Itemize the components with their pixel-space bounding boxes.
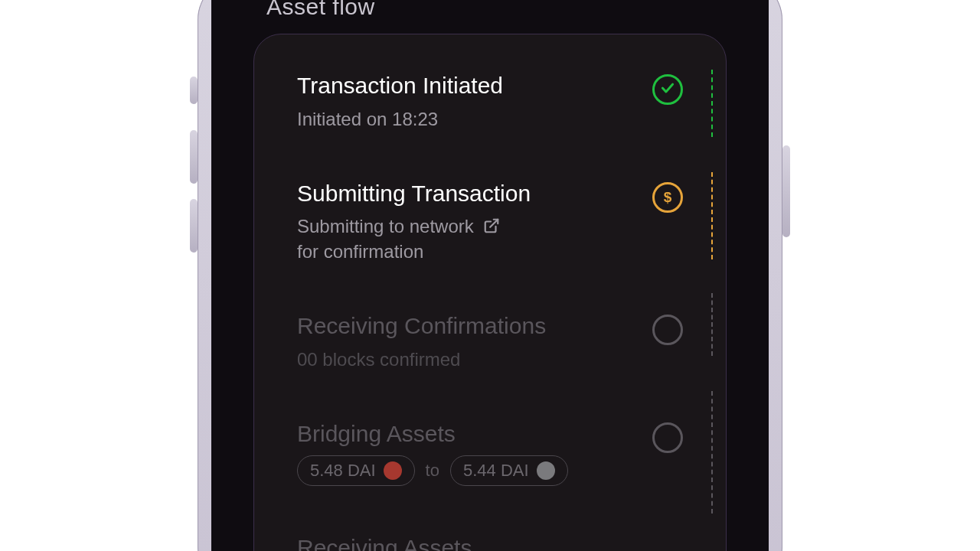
phone-mute-switch <box>190 77 198 104</box>
status-marker-active: $ <box>652 182 683 213</box>
status-marker-done <box>652 74 683 105</box>
bridging-pill-row: 5.48 DAI to 5.44 DAI <box>297 455 614 486</box>
step-receiving-confirmations: Receiving Confirmations 00 blocks confir… <box>297 313 683 372</box>
phone-volume-down <box>190 199 198 253</box>
asset-flow-card: Transaction Initiated Initiated on 18:23… <box>253 34 727 551</box>
section-title: Asset flow <box>266 0 375 20</box>
token-icon <box>537 461 555 480</box>
step-title: Bridging Assets <box>297 421 614 448</box>
step-submitting-transaction: Submitting Transaction Submitting to net… <box>297 181 683 264</box>
phone-frame: Asset flow Transaction Initiated Initiat… <box>198 0 782 551</box>
svg-line-0 <box>491 220 498 227</box>
dollar-icon: $ <box>664 189 672 206</box>
step-title: Submitting Transaction <box>297 181 614 207</box>
phone-volume-up <box>190 130 198 184</box>
status-marker-pending <box>652 422 683 453</box>
step-transaction-initiated: Transaction Initiated Initiated on 18:23 <box>297 73 683 132</box>
check-icon <box>660 80 675 99</box>
step-subtitle: Submitting to network for confirmation <box>297 214 614 264</box>
step-subtitle: 00 blocks confirmed <box>297 347 614 372</box>
step-subtitle: Initiated on 18:23 <box>297 107 614 132</box>
status-marker-pending <box>652 315 683 345</box>
bridging-to-label: to <box>426 461 439 481</box>
step-receiving-assets: Receiving Assets <box>297 535 683 551</box>
step-title: Receiving Assets <box>297 535 614 551</box>
pill-amount: 5.44 DAI <box>463 461 529 481</box>
step-title: Receiving Confirmations <box>297 313 614 340</box>
bridging-from-pill: 5.48 DAI <box>297 455 415 486</box>
external-link-icon[interactable] <box>483 217 500 234</box>
step-title: Transaction Initiated <box>297 73 614 99</box>
token-icon <box>384 461 402 480</box>
step-bridging-assets: Bridging Assets 5.48 DAI to 5.44 DAI <box>297 421 683 486</box>
timeline: Transaction Initiated Initiated on 18:23… <box>297 73 683 551</box>
bridging-to-pill: 5.44 DAI <box>450 455 568 486</box>
phone-power-button <box>782 145 790 237</box>
pill-amount: 5.48 DAI <box>310 461 376 481</box>
